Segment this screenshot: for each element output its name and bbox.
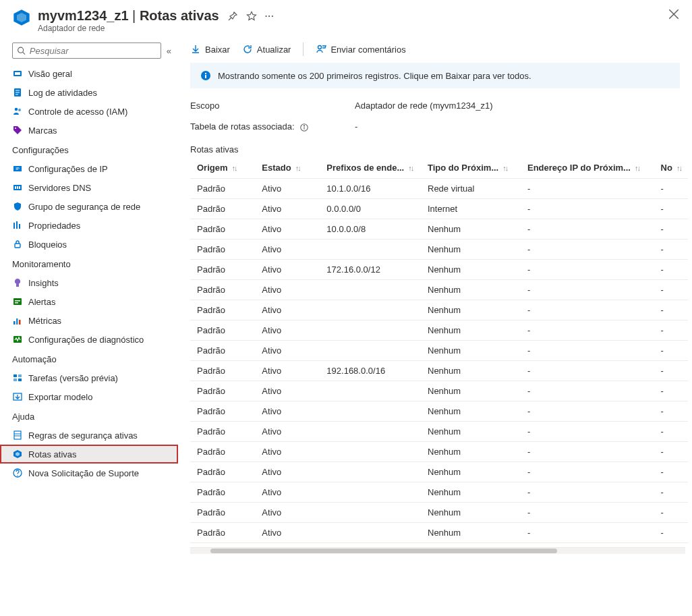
sidebar-item-regras-de-seguran-a-ativas[interactable]: Regras de segurança ativas <box>0 426 178 445</box>
table-row[interactable]: PadrãoAtivoNenhum-- <box>190 300 688 320</box>
cell-prefix: 10.0.0.0/8 <box>320 219 421 239</box>
svg-point-44 <box>17 475 18 476</box>
table-row[interactable]: PadrãoAtivoNenhum-- <box>190 461 688 482</box>
table-row[interactable]: PadrãoAtivo10.1.0.0/16Rede virtual-- <box>190 178 688 198</box>
column-header[interactable]: Tipo do Próxim...↑↓ <box>421 157 521 179</box>
table-row[interactable]: PadrãoAtivo192.168.0.0/16Nenhum-- <box>190 360 688 381</box>
shield-icon <box>12 201 23 212</box>
cell-state: Ativo <box>255 502 320 522</box>
column-header[interactable]: Endereço IP do Próxim...↑↓ <box>521 157 654 179</box>
svg-point-45 <box>318 46 322 49</box>
favorite-icon[interactable] <box>246 11 257 22</box>
cell-hop_type: Nenhum <box>421 320 521 340</box>
table-row[interactable]: PadrãoAtivoNenhum-- <box>190 482 688 502</box>
svg-rect-47 <box>205 75 206 78</box>
cell-extra: - <box>654 198 688 219</box>
sidebar-item-insights[interactable]: Insights <box>0 273 178 292</box>
sidebar-item-log-de-atividades[interactable]: Log de atividades <box>0 83 178 102</box>
svg-line-5 <box>23 52 25 54</box>
more-icon[interactable]: ··· <box>265 11 276 22</box>
horizontal-scrollbar[interactable] <box>190 547 685 554</box>
sidebar-item-rotas-ativas[interactable]: Rotas ativas <box>0 445 178 464</box>
sidebar-item-grupo-de-seguran-a-de-rede[interactable]: Grupo de segurança de rede <box>0 197 178 216</box>
sidebar-item-label: Regras de segurança ativas <box>28 430 138 441</box>
download-button[interactable]: Baixar <box>190 44 230 55</box>
sort-icon[interactable]: ↑↓ <box>676 164 681 172</box>
table-row[interactable]: PadrãoAtivoNenhum-- <box>190 381 688 401</box>
column-header[interactable]: Origem↑↓ <box>190 157 255 179</box>
column-header[interactable]: Prefixos de ende...↑↓ <box>320 157 421 179</box>
cell-origin: Padrão <box>190 320 255 340</box>
table-row[interactable]: PadrãoAtivoNenhum-- <box>190 441 688 461</box>
svg-rect-32 <box>13 336 22 343</box>
cell-extra: - <box>654 441 688 461</box>
sidebar-item-configura-es-de-diagn-stico[interactable]: Configurações de diagnóstico <box>0 330 178 349</box>
sidebar-item-exportar-modelo[interactable]: Exportar modelo <box>0 387 178 406</box>
cell-origin: Padrão <box>190 482 255 502</box>
column-header[interactable]: Estado↑↓ <box>255 157 320 179</box>
sort-icon[interactable]: ↑↓ <box>408 164 413 172</box>
column-header[interactable]: No↑↓ <box>654 157 688 179</box>
collapse-sidebar-icon[interactable]: « <box>167 46 171 56</box>
table-row[interactable]: PadrãoAtivoNenhum-- <box>190 502 688 522</box>
svg-rect-19 <box>17 186 18 189</box>
cell-extra: - <box>654 259 688 279</box>
svg-rect-26 <box>13 298 22 305</box>
table-row[interactable]: PadrãoAtivoNenhum-- <box>190 340 688 360</box>
sidebar-item-alertas[interactable]: Alertas <box>0 292 178 311</box>
sort-icon[interactable]: ↑↓ <box>502 164 507 172</box>
routes-icon <box>12 449 23 459</box>
dns-icon <box>12 182 23 193</box>
close-icon[interactable] <box>668 8 680 20</box>
cell-hop_type: Nenhum <box>421 482 521 502</box>
svg-rect-7 <box>15 72 20 75</box>
table-row[interactable]: PadrãoAtivoNenhum-- <box>190 279 688 300</box>
sort-icon[interactable]: ↑↓ <box>232 164 237 172</box>
cell-state: Ativo <box>255 178 320 198</box>
sidebar-item-m-tricas[interactable]: Métricas <box>0 311 178 330</box>
cell-hop_ip: - <box>521 279 654 300</box>
sidebar-item-nova-solicita-o-de-suporte[interactable]: Nova Solicitação de Suporte <box>0 464 178 482</box>
table-row[interactable]: PadrãoAtivoNenhum-- <box>190 421 688 441</box>
table-row[interactable]: PadrãoAtivoNenhum-- <box>190 401 688 421</box>
sort-icon[interactable]: ↑↓ <box>295 164 300 172</box>
cell-state: Ativo <box>255 421 320 441</box>
table-row[interactable]: PadrãoAtivoNenhum-- <box>190 320 688 340</box>
cell-hop_ip: - <box>521 178 654 198</box>
table-row[interactable]: PadrãoAtivoNenhum-- <box>190 239 688 259</box>
toolbar-separator <box>303 43 304 56</box>
table-row[interactable]: PadrãoAtivo0.0.0.0/0Internet-- <box>190 198 688 219</box>
cell-prefix <box>320 340 421 360</box>
sidebar-item-propriedades[interactable]: Propriedades <box>0 216 178 235</box>
cell-extra: - <box>654 178 688 198</box>
sidebar-item-servidores-dns[interactable]: Servidores DNS <box>0 178 178 197</box>
cell-extra: - <box>654 421 688 441</box>
feedback-button[interactable]: Enviar comentários <box>316 44 405 55</box>
cell-prefix <box>320 320 421 340</box>
table-row[interactable]: PadrãoAtivoNenhum-- <box>190 522 688 542</box>
table-row[interactable]: PadrãoAtivo10.0.0.0/8Nenhum-- <box>190 219 688 239</box>
pin-icon[interactable] <box>227 11 238 22</box>
cell-hop_type: Nenhum <box>421 300 521 320</box>
routes-section-title: Rotas ativas <box>190 144 692 155</box>
sort-icon[interactable]: ↑↓ <box>635 164 639 172</box>
sidebar-item-bloqueios[interactable]: Bloqueios <box>0 235 178 254</box>
search-input[interactable] <box>12 43 161 59</box>
table-row[interactable]: PadrãoAtivo172.16.0.0/12Nenhum-- <box>190 259 688 279</box>
svg-rect-34 <box>18 374 22 377</box>
main-panel: Baixar Atualizar Enviar comentários Most… <box>178 36 692 561</box>
sidebar-item-label: Configurações de diagnóstico <box>28 335 144 345</box>
refresh-button[interactable]: Atualizar <box>242 44 291 55</box>
cell-state: Ativo <box>255 401 320 421</box>
sidebar-item-controle-de-acesso-iam-[interactable]: Controle de acesso (IAM) <box>0 102 178 121</box>
sidebar-section-title: Automação <box>0 349 178 368</box>
info-icon[interactable] <box>299 123 309 132</box>
toolbar: Baixar Atualizar Enviar comentários <box>190 36 692 63</box>
sidebar-item-tarefas-vers-o-pr-via-[interactable]: Tarefas (versão prévia) <box>0 368 178 387</box>
sidebar-item-marcas[interactable]: Marcas <box>0 121 178 140</box>
cell-origin: Padrão <box>190 522 255 542</box>
sidebar-item-vis-o-geral[interactable]: Visão geral <box>0 64 178 83</box>
cell-extra: - <box>654 482 688 502</box>
network-adapter-icon <box>12 8 31 27</box>
sidebar-item-configura-es-de-ip[interactable]: IPConfigurações de IP <box>0 159 178 178</box>
